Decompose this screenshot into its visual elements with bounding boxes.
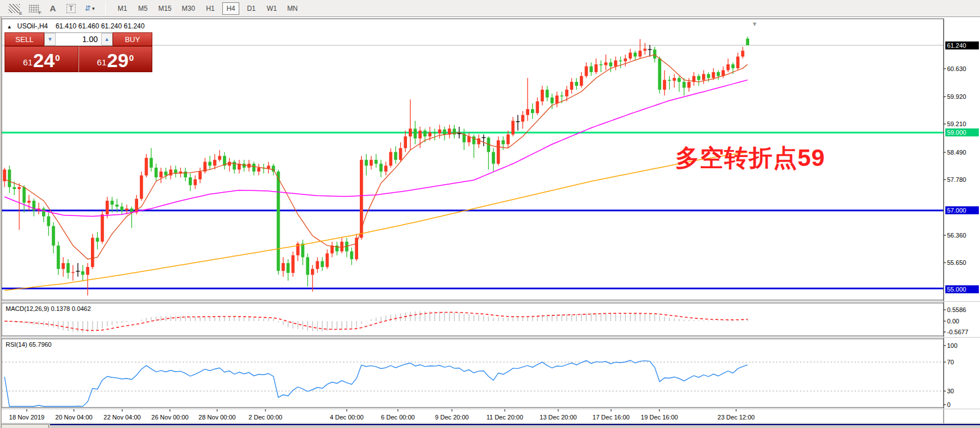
time-axis-label: 18 Nov 2019 <box>9 414 44 421</box>
timeframe-button-mn[interactable]: MN <box>284 2 301 15</box>
timeframe-group: M1M5M15M30H1H4D1W1MN <box>108 0 306 16</box>
grid-icon: F <box>29 5 39 13</box>
price-tick-label: 59.210 <box>947 120 979 128</box>
ohlc-readout: 61.410 61.460 61.240 61.240 <box>56 22 145 30</box>
time-axis-label: 9 Dec 20:00 <box>435 414 468 421</box>
chevron-down-icon: ▾ <box>92 6 95 11</box>
buy-price-point: 0 <box>129 47 134 69</box>
text-t-icon: T <box>67 4 75 13</box>
collapse-panel-icon[interactable]: ▲ <box>7 24 12 30</box>
arrows-icon: ⇵ <box>85 4 91 13</box>
time-axis-label: 6 Dec 00:00 <box>381 414 414 421</box>
bottom-left-tab[interactable] <box>1 424 49 428</box>
time-axis-label: 13 Dec 20:00 <box>539 414 576 421</box>
symbol-period-label: USOil-,H4 <box>17 22 48 30</box>
toolbar-separator <box>105 2 106 15</box>
price-tick-label: 57.780 <box>947 176 979 184</box>
chart-text-annotation[interactable]: 多空转折点59 <box>675 142 825 174</box>
time-axis-label: 22 Nov 04:00 <box>103 414 140 421</box>
text-label-button[interactable]: A <box>45 2 60 15</box>
price-tick-label: 55.650 <box>947 259 979 267</box>
price-line-badge: 57.000 <box>945 206 979 214</box>
fibonacci-grid-icon[interactable]: F <box>26 2 42 15</box>
price-tick-label: 56.360 <box>947 232 979 239</box>
toolbar: E F A T ⇵ ▾ M1M5M15M30H1H4D1W1MN <box>0 0 980 17</box>
rsi-label: RSI(14) 65.7960 <box>6 341 52 348</box>
price-line-badge: 55.000 <box>945 285 979 293</box>
buy-price-pips: 29 <box>107 51 128 70</box>
sell-price-pips: 24 <box>33 51 55 70</box>
volume-up-button[interactable]: ▲ <box>101 33 113 45</box>
price-line-badge: 61.240 <box>945 41 979 49</box>
macd-axis-label: -0.5677 <box>947 329 979 336</box>
sell-button[interactable]: SELL <box>5 32 44 46</box>
time-axis-label: 23 Dec 12:00 <box>717 414 754 421</box>
time-axis-label: 2 Dec 00:00 <box>248 414 282 421</box>
buy-button[interactable]: BUY <box>113 32 152 46</box>
time-axis-label: 4 Dec 00:00 <box>330 414 363 421</box>
sell-price-big-figure: 61 <box>23 55 33 70</box>
text-box-button[interactable]: T <box>64 2 78 15</box>
timeframe-button-h1[interactable]: H1 <box>202 2 219 15</box>
rsi-axis-label: 100 <box>947 342 979 350</box>
timeframe-button-w1[interactable]: W1 <box>263 2 280 15</box>
crosshair-expert-icon[interactable]: E <box>6 2 23 15</box>
macd-axis-label: 0.5586 <box>947 306 979 314</box>
buy-price-big-figure: 61 <box>97 55 107 70</box>
timeframe-button-d1[interactable]: D1 <box>243 2 260 15</box>
chart-title: ▲ USOil-,H4 61.410 61.460 61.240 61.240 <box>7 22 144 30</box>
text-a-icon: A <box>50 3 56 13</box>
hatch-icon: E <box>9 4 20 13</box>
timeframe-button-m30[interactable]: M30 <box>178 2 198 15</box>
price-tick-label: 60.630 <box>947 65 979 73</box>
sell-price-quote[interactable]: 61 24 0 <box>5 46 78 72</box>
macd-label: MACD(12,26,9) 0.1378 0.0462 <box>6 305 91 312</box>
price-line-badge: 59.000 <box>945 128 979 136</box>
timeframe-button-m15[interactable]: M15 <box>155 2 175 15</box>
macd-value-main: 0.1378 <box>51 305 70 312</box>
timeframe-button-m5[interactable]: M5 <box>134 2 151 15</box>
volume-spinner: ▼ ▲ <box>44 32 113 46</box>
rsi-axis-label: 0 <box>947 401 979 409</box>
timeframe-button-m1[interactable]: M1 <box>114 2 131 15</box>
rsi-axis-label: 30 <box>947 388 979 395</box>
time-axis-label: 19 Dec 16:00 <box>641 414 678 421</box>
bottom-tab-strip <box>0 424 980 428</box>
time-axis-label: 17 Dec 16:00 <box>592 414 629 421</box>
price-tick-label: 59.920 <box>947 93 979 101</box>
window-left-border <box>0 17 2 428</box>
sell-price-point: 0 <box>55 47 60 69</box>
volume-input[interactable] <box>56 33 101 45</box>
time-axis-label: 11 Dec 20:00 <box>487 414 524 421</box>
timeframe-button-h4[interactable]: H4 <box>222 2 239 15</box>
rsi-value: 65.7960 <box>29 341 52 348</box>
mt4-terminal-window: E F A T ⇵ ▾ M1M5M15M30H1H4D1W1MN ▲ USOil… <box>0 0 980 428</box>
volume-down-button[interactable]: ▼ <box>44 33 56 45</box>
arrows-menu-button[interactable]: ⇵ ▾ <box>82 2 97 15</box>
drawing-tools-group: E F A T ⇵ ▾ <box>0 0 103 16</box>
chart-shift-marker-icon[interactable]: ▼ <box>751 20 758 27</box>
time-axis-label: 28 Nov 00:00 <box>198 414 235 421</box>
macd-value-signal: 0.0462 <box>72 305 91 312</box>
buy-price-quote[interactable]: 61 29 0 <box>78 46 152 72</box>
time-axis-label: 26 Nov 00:00 <box>151 414 188 421</box>
one-click-trading-panel: SELL ▼ ▲ BUY 61 24 0 61 29 0 <box>5 32 152 72</box>
price-tick-label: 58.490 <box>947 149 979 156</box>
bottom-panel-edge <box>50 424 980 425</box>
time-axis-label: 20 Nov 04:00 <box>55 414 92 421</box>
macd-axis-label: 0.00 <box>947 318 979 325</box>
rsi-axis-label: 70 <box>947 359 979 366</box>
